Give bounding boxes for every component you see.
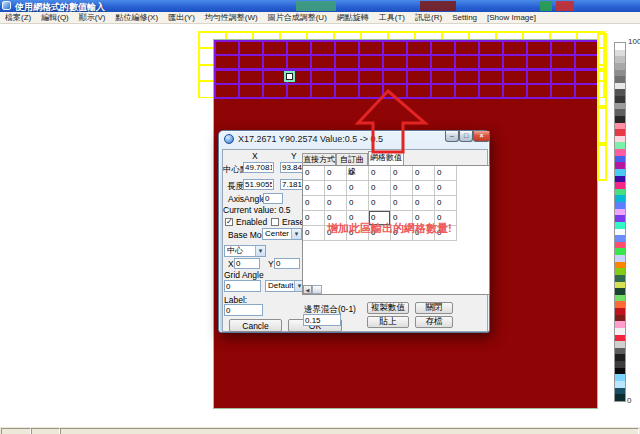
scale-min-label: 0 bbox=[627, 396, 631, 405]
app-icon bbox=[2, 1, 11, 10]
color-band bbox=[615, 348, 625, 355]
menu-item[interactable]: 點位編修(X) bbox=[110, 12, 163, 23]
grid-cell[interactable]: 0 bbox=[303, 196, 325, 211]
color-band bbox=[615, 176, 625, 183]
color-band bbox=[615, 301, 625, 308]
axis-angle-input[interactable] bbox=[263, 193, 283, 204]
base-mode-select[interactable]: Center bbox=[262, 228, 302, 240]
yellow-grid-cell bbox=[597, 33, 607, 70]
color-band bbox=[615, 63, 625, 70]
color-band bbox=[615, 368, 625, 375]
scroll-thumb[interactable] bbox=[312, 285, 322, 294]
save-button[interactable]: 存檔 bbox=[415, 316, 453, 328]
color-band bbox=[615, 295, 625, 302]
menu-item[interactable]: 均勻性調整(W) bbox=[200, 12, 263, 23]
anchor-select[interactable]: 中心 bbox=[224, 245, 266, 257]
grid-angle-mode-value: Default bbox=[268, 281, 293, 290]
label-input[interactable] bbox=[224, 304, 263, 316]
color-band bbox=[615, 222, 625, 229]
color-band bbox=[615, 255, 625, 262]
grid-cell[interactable]: 0 bbox=[369, 166, 391, 181]
grid-angle-input[interactable] bbox=[224, 280, 261, 292]
status-cell bbox=[60, 428, 639, 434]
grid-cell[interactable]: 0 bbox=[413, 181, 435, 196]
menu-item[interactable]: 檔案(Z) bbox=[0, 12, 36, 23]
color-band bbox=[615, 209, 625, 216]
color-band bbox=[615, 103, 625, 110]
center-x-input[interactable] bbox=[243, 162, 274, 173]
color-band bbox=[615, 202, 625, 209]
status-bar bbox=[0, 426, 640, 434]
color-band bbox=[615, 268, 625, 275]
color-band bbox=[615, 381, 625, 388]
color-band bbox=[615, 83, 625, 90]
grid-cell[interactable]: 0 bbox=[303, 181, 325, 196]
close-dialog-button[interactable]: 關閉 bbox=[415, 302, 453, 314]
grid-cell[interactable]: 0 bbox=[413, 196, 435, 211]
menu-item[interactable]: 顯示(V) bbox=[74, 12, 111, 23]
copy-values-button[interactable]: 複製數值 bbox=[367, 302, 409, 314]
dialog-body: X Y 中心點 長度 AxisAngle Current value: 0.5 … bbox=[222, 149, 488, 332]
length-x-input[interactable] bbox=[243, 179, 274, 190]
color-band bbox=[615, 43, 625, 50]
grid-cell[interactable]: 0 bbox=[303, 166, 325, 181]
yellow-grid-cell bbox=[597, 144, 607, 181]
grid-cell[interactable]: 0 bbox=[347, 181, 369, 196]
cancel-button[interactable]: Cancle bbox=[229, 319, 282, 332]
blend-input[interactable] bbox=[303, 314, 341, 326]
grid-cell[interactable]: 0 bbox=[325, 196, 347, 211]
enabled-checkbox[interactable] bbox=[225, 218, 233, 226]
menu-item[interactable]: 圖片合成調整(U) bbox=[263, 12, 332, 23]
color-band bbox=[615, 215, 625, 222]
background-window-fragment bbox=[420, 1, 456, 11]
current-value-text: Current value: 0.5 bbox=[223, 206, 291, 215]
grid-cell[interactable]: 0 bbox=[413, 166, 435, 181]
x-offset-input[interactable] bbox=[234, 258, 260, 269]
color-band bbox=[615, 109, 625, 116]
grid-cell[interactable]: 0 bbox=[369, 196, 391, 211]
erase-dots-checkbox[interactable] bbox=[271, 218, 279, 226]
grid-cell[interactable]: 0 bbox=[391, 196, 413, 211]
color-band bbox=[615, 394, 625, 401]
color-band bbox=[615, 321, 625, 328]
grid-cell[interactable]: 0 bbox=[391, 166, 413, 181]
color-band bbox=[615, 136, 625, 143]
menu-item[interactable]: 網點旋轉 bbox=[332, 12, 374, 23]
grid-cell[interactable]: 0 bbox=[325, 166, 347, 181]
maximize-button-icon[interactable]: □ bbox=[459, 131, 473, 142]
close-button-icon[interactable]: × bbox=[473, 131, 490, 142]
grid-cell[interactable]: 0 bbox=[391, 181, 413, 196]
color-band bbox=[615, 189, 625, 196]
grid-cell[interactable]: 0 bbox=[303, 226, 325, 241]
scroll-left-icon[interactable]: ◀ bbox=[303, 285, 312, 294]
grid-hscrollbar[interactable]: ◀ bbox=[303, 285, 322, 294]
menu-item[interactable]: 匯出(Y) bbox=[163, 12, 200, 23]
color-band bbox=[615, 116, 625, 123]
menu-item[interactable]: [Show Image] bbox=[482, 13, 541, 22]
color-band bbox=[615, 242, 625, 249]
grid-angle-mode-select[interactable]: Default bbox=[265, 280, 305, 292]
status-cell bbox=[1, 428, 31, 434]
grid-cell[interactable]: 0 bbox=[347, 196, 369, 211]
color-band bbox=[615, 56, 625, 63]
app-title-bar[interactable]: 使用網格式的數值輸入 bbox=[0, 0, 640, 12]
selected-point-marker[interactable] bbox=[286, 73, 293, 80]
minimize-button-icon[interactable]: – bbox=[445, 131, 459, 142]
color-band bbox=[615, 76, 625, 83]
color-band bbox=[615, 388, 625, 395]
grid-cell[interactable]: 0 bbox=[303, 211, 325, 226]
menu-item[interactable]: Setting bbox=[447, 13, 482, 22]
anchor-value: 中心 bbox=[227, 246, 243, 255]
color-band bbox=[615, 354, 625, 361]
grid-cell[interactable]: 0 bbox=[435, 181, 457, 196]
paste-button[interactable]: 貼上 bbox=[367, 316, 409, 328]
tab-direct-mode[interactable]: 直接方式 bbox=[302, 153, 336, 165]
y-offset-input[interactable] bbox=[274, 258, 300, 269]
menu-item[interactable]: 訊息(R) bbox=[410, 12, 447, 23]
grid-cell[interactable]: 0 bbox=[435, 166, 457, 181]
menu-item[interactable]: 工具(T) bbox=[374, 12, 410, 23]
grid-cell[interactable]: 0 bbox=[435, 196, 457, 211]
grid-cell[interactable]: 0 bbox=[369, 181, 391, 196]
menu-item[interactable]: 編輯(Q) bbox=[36, 12, 74, 23]
grid-cell[interactable]: 0 bbox=[325, 181, 347, 196]
